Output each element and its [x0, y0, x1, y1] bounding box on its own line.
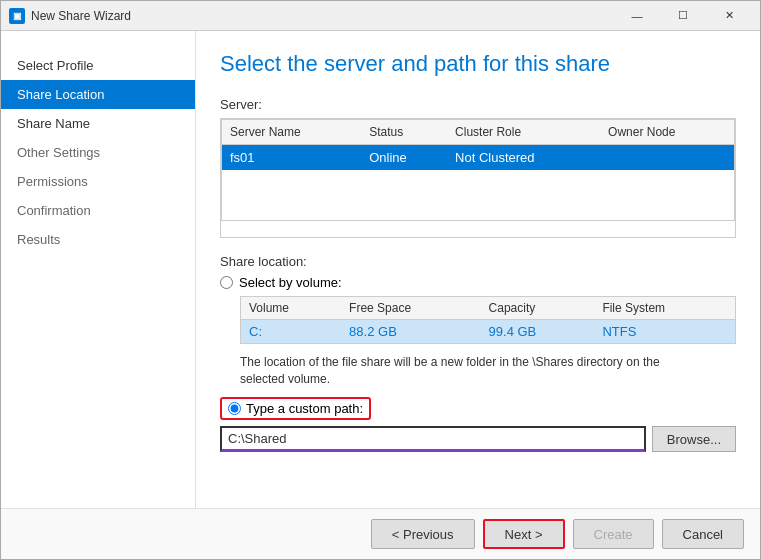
vol-col-header-free: Free Space	[341, 297, 480, 320]
path-input-row: Browse...	[220, 426, 736, 452]
server-table-container: Server Name Status Cluster Role Owner No…	[220, 118, 736, 238]
volume-fs-cell: NTFS	[594, 319, 735, 343]
main-panel: Select the server and path for this shar…	[196, 31, 760, 508]
custom-path-row: Type a custom path:	[220, 397, 736, 420]
volume-table: Volume Free Space Capacity File System C…	[241, 297, 735, 343]
minimize-button[interactable]: —	[614, 1, 660, 31]
vol-col-header-capacity: Capacity	[481, 297, 595, 320]
custom-path-radio[interactable]	[228, 402, 241, 415]
vol-col-header-volume: Volume	[241, 297, 341, 320]
next-button[interactable]: Next >	[483, 519, 565, 549]
server-name-cell: fs01	[222, 145, 362, 171]
share-location-label: Share location:	[220, 254, 736, 269]
server-table: Server Name Status Cluster Role Owner No…	[221, 119, 735, 221]
select-by-volume-label[interactable]: Select by volume:	[239, 275, 342, 290]
sidebar-item-share-location[interactable]: Share Location	[1, 80, 195, 109]
share-location-section: Share location: Select by volume: Volume…	[220, 254, 736, 453]
server-label: Server:	[220, 97, 736, 112]
server-status-cell: Online	[361, 145, 447, 171]
server-owner-cell	[600, 145, 734, 171]
info-text: The location of the file share will be a…	[240, 354, 700, 388]
sidebar-item-select-profile[interactable]: Select Profile	[1, 51, 195, 80]
page-title: Select the server and path for this shar…	[220, 51, 736, 77]
server-table-row[interactable]: fs01 Online Not Clustered	[222, 145, 735, 171]
custom-path-input[interactable]	[220, 426, 646, 452]
sidebar-item-confirmation: Confirmation	[1, 196, 195, 225]
close-button[interactable]: ✕	[706, 1, 752, 31]
server-col-header-cluster: Cluster Role	[447, 120, 600, 145]
volume-table-row[interactable]: C: 88.2 GB 99.4 GB NTFS	[241, 319, 735, 343]
volume-free-cell: 88.2 GB	[341, 319, 480, 343]
select-by-volume-radio[interactable]	[220, 276, 233, 289]
server-cluster-cell: Not Clustered	[447, 145, 600, 171]
app-icon: ▣	[9, 8, 25, 24]
window-title: New Share Wizard	[31, 9, 608, 23]
server-empty-row	[222, 170, 735, 220]
content-area: Select Profile Share Location Share Name…	[1, 31, 760, 508]
cancel-button[interactable]: Cancel	[662, 519, 744, 549]
previous-button[interactable]: < Previous	[371, 519, 475, 549]
custom-path-radio-container: Type a custom path:	[220, 397, 371, 420]
custom-path-label[interactable]: Type a custom path:	[246, 401, 363, 416]
title-bar: ▣ New Share Wizard — ☐ ✕	[1, 1, 760, 31]
footer: < Previous Next > Create Cancel	[1, 508, 760, 559]
sidebar-item-permissions: Permissions	[1, 167, 195, 196]
server-col-header-name: Server Name	[222, 120, 362, 145]
title-controls: — ☐ ✕	[614, 1, 752, 31]
server-col-header-status: Status	[361, 120, 447, 145]
sidebar-item-share-name[interactable]: Share Name	[1, 109, 195, 138]
maximize-button[interactable]: ☐	[660, 1, 706, 31]
server-col-header-owner: Owner Node	[600, 120, 734, 145]
create-button: Create	[573, 519, 654, 549]
sidebar-item-results: Results	[1, 225, 195, 254]
select-by-volume-row: Select by volume:	[220, 275, 736, 290]
sidebar: Select Profile Share Location Share Name…	[1, 31, 196, 508]
volume-capacity-cell: 99.4 GB	[481, 319, 595, 343]
vol-col-header-fs: File System	[594, 297, 735, 320]
sidebar-item-other-settings: Other Settings	[1, 138, 195, 167]
volume-name-cell: C:	[241, 319, 341, 343]
volume-table-container: Volume Free Space Capacity File System C…	[240, 296, 736, 344]
main-window: ▣ New Share Wizard — ☐ ✕ Select Profile …	[0, 0, 761, 560]
browse-button[interactable]: Browse...	[652, 426, 736, 452]
